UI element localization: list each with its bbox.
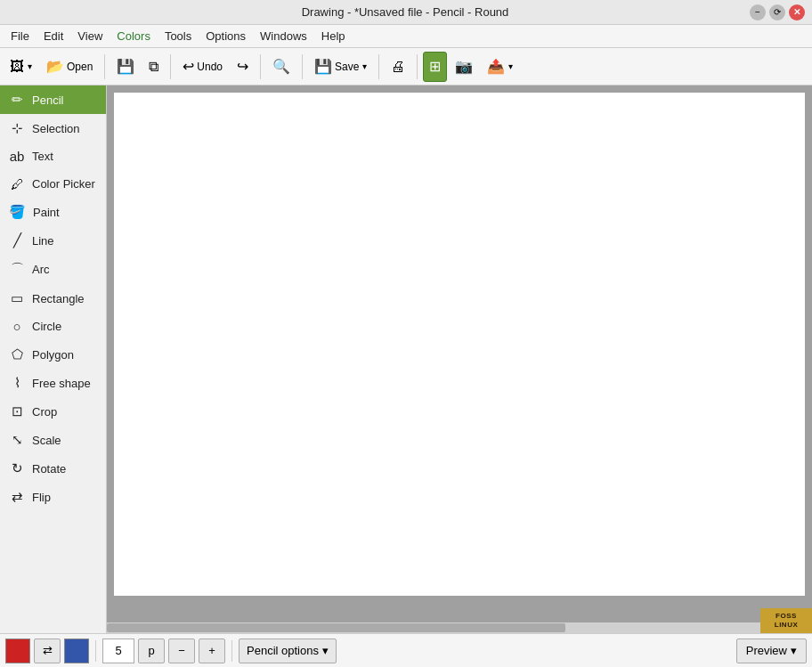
- polygon-icon: ⬠: [9, 346, 25, 362]
- redo-icon: ↪: [237, 58, 248, 75]
- rotate-icon: ↻: [9, 460, 25, 476]
- redo-button[interactable]: ↪: [231, 52, 255, 82]
- menu-item-colors[interactable]: Colors: [110, 28, 158, 45]
- menu-item-help[interactable]: Help: [314, 28, 353, 45]
- menu-item-tools[interactable]: Tools: [158, 28, 199, 45]
- preview-button[interactable]: Preview ▾: [736, 639, 807, 663]
- close-button[interactable]: ✕: [789, 4, 805, 20]
- new-button[interactable]: 🖼 ▾: [4, 52, 38, 82]
- free-shape-label: Free shape: [32, 377, 91, 390]
- pencil-type-icon: p: [148, 644, 154, 657]
- horizontal-scrollbar[interactable]: [107, 622, 812, 633]
- tool-color-picker[interactable]: 🖊Color Picker: [0, 170, 106, 198]
- undo-button[interactable]: ↩ Undo: [176, 52, 229, 82]
- increase-size-button[interactable]: +: [199, 639, 225, 663]
- restore-button[interactable]: ⟳: [769, 4, 785, 20]
- scrollbar-thumb[interactable]: [107, 623, 565, 632]
- grid-button[interactable]: ⊞: [423, 52, 447, 82]
- menubar: FileEditViewColorsToolsOptionsWindowsHel…: [0, 25, 812, 48]
- swap-colors-button[interactable]: ⇄: [34, 639, 61, 663]
- crop-label: Crop: [32, 405, 57, 419]
- line-icon: ╱: [9, 232, 25, 248]
- polygon-label: Polygon: [32, 348, 74, 362]
- text-label: Text: [32, 150, 53, 163]
- arc-icon: ⌒: [9, 261, 25, 278]
- export-dropdown-icon: ▾: [508, 61, 513, 71]
- save-indicator-button[interactable]: 💾: [110, 52, 141, 82]
- open-icon: 📂: [46, 58, 64, 75]
- pencil-options-button[interactable]: Pencil options ▾: [239, 639, 337, 663]
- watermark-line1: FOSS: [775, 612, 797, 621]
- drawing-canvas[interactable]: [114, 93, 805, 596]
- copy-button[interactable]: ⧉: [142, 52, 165, 82]
- undo-label: Undo: [197, 61, 223, 73]
- scale-icon: ⤡: [9, 432, 25, 448]
- toolbar-sep-4: [302, 54, 303, 79]
- selection-label: Selection: [32, 122, 79, 135]
- tool-line[interactable]: ╱Line: [0, 226, 106, 255]
- print-button[interactable]: 🖨: [385, 52, 411, 82]
- flip-label: Flip: [32, 491, 51, 504]
- find-icon: 🔍: [272, 58, 290, 75]
- window-controls: − ⟳ ✕: [750, 4, 805, 20]
- rotate-label: Rotate: [32, 462, 66, 476]
- pencil-icon: ✏: [9, 92, 25, 108]
- secondary-color-swatch[interactable]: [64, 639, 89, 663]
- open-label: Open: [67, 61, 93, 73]
- pencil-options-dropdown-icon: ▾: [322, 644, 329, 657]
- pencil-type-button[interactable]: p: [138, 639, 165, 663]
- export-button[interactable]: 📤 ▾: [481, 52, 519, 82]
- camera-icon: 📷: [455, 58, 473, 75]
- canvas-area[interactable]: FOSS LINUX: [107, 85, 812, 633]
- status-sep-2: [231, 640, 232, 662]
- sidebar: ✏Pencil⊹SelectionabText🖊Color Picker🪣Pai…: [0, 85, 107, 633]
- circle-label: Circle: [32, 320, 61, 333]
- menu-item-windows[interactable]: Windows: [253, 28, 314, 45]
- toolbar-sep-1: [104, 54, 105, 79]
- export-icon: 📤: [487, 58, 505, 75]
- scale-label: Scale: [32, 434, 61, 447]
- tool-selection[interactable]: ⊹Selection: [0, 114, 106, 142]
- camera-button[interactable]: 📷: [449, 52, 479, 82]
- selection-icon: ⊹: [9, 120, 25, 136]
- menu-item-options[interactable]: Options: [199, 28, 253, 45]
- save-file-icon: 💾: [314, 58, 332, 75]
- find-button[interactable]: 🔍: [266, 52, 296, 82]
- rectangle-label: Rectangle: [32, 292, 85, 305]
- menu-item-file[interactable]: File: [4, 28, 37, 45]
- tool-arc[interactable]: ⌒Arc: [0, 255, 106, 284]
- save-indicator-icon: 💾: [117, 58, 134, 75]
- tool-circle[interactable]: ○Circle: [0, 313, 106, 340]
- menu-item-edit[interactable]: Edit: [37, 28, 70, 45]
- save-dropdown-icon: ▾: [362, 61, 367, 71]
- grid-icon: ⊞: [429, 58, 441, 75]
- preview-label: Preview: [746, 644, 787, 657]
- new-dropdown-icon: ▾: [28, 61, 32, 71]
- swap-icon: ⇄: [43, 644, 53, 657]
- statusbar: ⇄ 5 p − + Pencil options ▾ Preview ▾: [0, 633, 812, 667]
- tool-flip[interactable]: ⇄Flip: [0, 483, 106, 511]
- tool-polygon[interactable]: ⬠Polygon: [0, 340, 106, 369]
- toolbar: 🖼 ▾ 📂 Open 💾 ⧉ ↩ Undo ↪ 🔍 💾 Save ▾ 🖨 ⊞ 📷…: [0, 48, 812, 85]
- tool-rectangle[interactable]: ▭Rectangle: [0, 284, 106, 313]
- minimize-button[interactable]: −: [750, 4, 766, 20]
- tool-paint[interactable]: 🪣Paint: [0, 198, 106, 226]
- save-file-button[interactable]: 💾 Save ▾: [308, 52, 373, 82]
- primary-color-swatch[interactable]: [5, 639, 30, 663]
- decrease-size-button[interactable]: −: [168, 639, 195, 663]
- open-button[interactable]: 📂 Open: [40, 52, 99, 82]
- tool-rotate[interactable]: ↻Rotate: [0, 454, 106, 483]
- paint-icon: 🪣: [9, 204, 26, 220]
- pencil-label: Pencil: [32, 94, 63, 107]
- tool-free-shape[interactable]: ⌇Free shape: [0, 369, 106, 397]
- toolbar-sep-5: [378, 54, 379, 79]
- menu-item-view[interactable]: View: [70, 28, 110, 45]
- tool-crop[interactable]: ⊡Crop: [0, 397, 106, 426]
- tool-scale[interactable]: ⤡Scale: [0, 426, 106, 454]
- undo-icon: ↩: [183, 58, 194, 75]
- decrease-icon: −: [178, 644, 185, 657]
- tool-pencil[interactable]: ✏Pencil: [0, 85, 106, 114]
- tool-text[interactable]: abText: [0, 142, 106, 170]
- circle-icon: ○: [9, 319, 25, 334]
- status-sep-1: [95, 640, 96, 662]
